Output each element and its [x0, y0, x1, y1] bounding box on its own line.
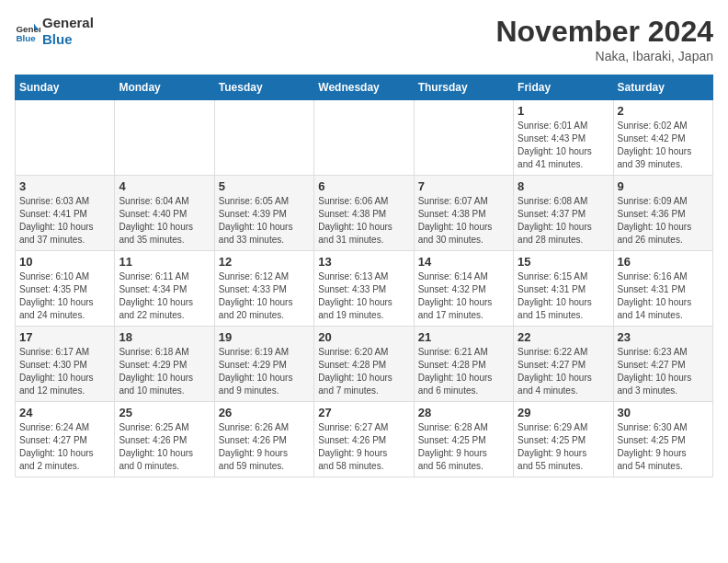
day-number: 3 — [19, 179, 110, 193]
title-area: November 2024 Naka, Ibaraki, Japan — [495, 15, 713, 63]
day-cell: 30Sunrise: 6:30 AMSunset: 4:25 PMDayligh… — [613, 402, 712, 477]
day-info: Sunrise: 6:29 AMSunset: 4:25 PMDaylight:… — [518, 421, 609, 473]
week-row-5: 24Sunrise: 6:24 AMSunset: 4:27 PMDayligh… — [16, 402, 713, 477]
week-row-4: 17Sunrise: 6:17 AMSunset: 4:30 PMDayligh… — [16, 327, 713, 402]
day-cell: 3Sunrise: 6:03 AMSunset: 4:41 PMDaylight… — [16, 176, 115, 251]
day-cell: 21Sunrise: 6:21 AMSunset: 4:28 PMDayligh… — [414, 327, 513, 402]
week-row-3: 10Sunrise: 6:10 AMSunset: 4:35 PMDayligh… — [16, 251, 713, 327]
day-cell: 25Sunrise: 6:25 AMSunset: 4:26 PMDayligh… — [115, 402, 214, 477]
week-row-2: 3Sunrise: 6:03 AMSunset: 4:41 PMDaylight… — [16, 176, 713, 251]
day-cell: 15Sunrise: 6:15 AMSunset: 4:31 PMDayligh… — [514, 251, 613, 327]
day-info: Sunrise: 6:19 AMSunset: 4:29 PMDaylight:… — [219, 346, 310, 397]
header-row: SundayMondayTuesdayWednesdayThursdayFrid… — [16, 75, 713, 100]
day-cell: 23Sunrise: 6:23 AMSunset: 4:27 PMDayligh… — [613, 327, 712, 402]
location: Naka, Ibaraki, Japan — [495, 49, 713, 63]
page-header: General Blue General Blue November 2024 … — [15, 15, 713, 63]
day-number: 9 — [618, 179, 709, 193]
day-number: 18 — [119, 330, 210, 344]
day-number: 29 — [518, 406, 609, 419]
day-info: Sunrise: 6:12 AMSunset: 4:33 PMDaylight:… — [219, 270, 310, 322]
day-cell: 22Sunrise: 6:22 AMSunset: 4:27 PMDayligh… — [514, 327, 613, 402]
day-info: Sunrise: 6:21 AMSunset: 4:28 PMDaylight:… — [418, 346, 509, 397]
day-number: 23 — [618, 330, 709, 344]
day-info: Sunrise: 6:02 AMSunset: 4:42 PMDaylight:… — [618, 120, 709, 171]
day-number: 28 — [418, 406, 509, 419]
day-info: Sunrise: 6:18 AMSunset: 4:29 PMDaylight:… — [119, 346, 210, 397]
day-cell: 4Sunrise: 6:04 AMSunset: 4:40 PMDaylight… — [115, 176, 214, 251]
day-cell: 26Sunrise: 6:26 AMSunset: 4:26 PMDayligh… — [214, 402, 313, 477]
day-number: 11 — [119, 255, 210, 269]
calendar-body: 1Sunrise: 6:01 AMSunset: 4:43 PMDaylight… — [16, 100, 713, 477]
day-cell: 9Sunrise: 6:09 AMSunset: 4:36 PMDaylight… — [613, 176, 712, 251]
day-info: Sunrise: 6:20 AMSunset: 4:28 PMDaylight:… — [318, 346, 409, 397]
day-number: 24 — [19, 406, 110, 419]
day-number: 30 — [618, 406, 709, 419]
day-info: Sunrise: 6:03 AMSunset: 4:41 PMDaylight:… — [19, 195, 110, 247]
day-info: Sunrise: 6:24 AMSunset: 4:27 PMDaylight:… — [19, 421, 110, 473]
month-title: November 2024 — [495, 15, 713, 49]
day-info: Sunrise: 6:05 AMSunset: 4:39 PMDaylight:… — [219, 195, 310, 247]
day-info: Sunrise: 6:14 AMSunset: 4:32 PMDaylight:… — [418, 270, 509, 322]
day-cell — [414, 100, 513, 176]
col-header-sunday: Sunday — [16, 75, 115, 100]
day-cell: 2Sunrise: 6:02 AMSunset: 4:42 PMDaylight… — [613, 100, 712, 176]
day-info: Sunrise: 6:10 AMSunset: 4:35 PMDaylight:… — [19, 270, 110, 322]
day-number: 12 — [219, 255, 310, 269]
col-header-saturday: Saturday — [613, 75, 712, 100]
day-info: Sunrise: 6:23 AMSunset: 4:27 PMDaylight:… — [618, 346, 709, 397]
logo-text-line1: General — [42, 15, 94, 31]
day-number: 21 — [418, 330, 509, 344]
day-number: 2 — [618, 104, 709, 118]
day-number: 15 — [518, 255, 609, 269]
day-number: 26 — [219, 406, 310, 419]
day-info: Sunrise: 6:06 AMSunset: 4:38 PMDaylight:… — [318, 195, 409, 247]
day-cell: 12Sunrise: 6:12 AMSunset: 4:33 PMDayligh… — [214, 251, 313, 327]
day-info: Sunrise: 6:22 AMSunset: 4:27 PMDaylight:… — [518, 346, 609, 397]
day-info: Sunrise: 6:01 AMSunset: 4:43 PMDaylight:… — [518, 120, 609, 171]
day-info: Sunrise: 6:09 AMSunset: 4:36 PMDaylight:… — [618, 195, 709, 247]
col-header-friday: Friday — [514, 75, 613, 100]
day-cell — [16, 100, 115, 176]
day-cell: 10Sunrise: 6:10 AMSunset: 4:35 PMDayligh… — [16, 251, 115, 327]
day-cell: 18Sunrise: 6:18 AMSunset: 4:29 PMDayligh… — [115, 327, 214, 402]
day-cell — [314, 100, 414, 176]
day-info: Sunrise: 6:08 AMSunset: 4:37 PMDaylight:… — [518, 195, 609, 247]
day-number: 6 — [318, 179, 409, 193]
day-number: 17 — [19, 330, 110, 344]
day-cell: 14Sunrise: 6:14 AMSunset: 4:32 PMDayligh… — [414, 251, 513, 327]
day-cell: 17Sunrise: 6:17 AMSunset: 4:30 PMDayligh… — [16, 327, 115, 402]
day-info: Sunrise: 6:07 AMSunset: 4:38 PMDaylight:… — [418, 195, 509, 247]
day-cell: 7Sunrise: 6:07 AMSunset: 4:38 PMDaylight… — [414, 176, 513, 251]
day-cell — [115, 100, 214, 176]
day-number: 10 — [19, 255, 110, 269]
day-number: 1 — [518, 104, 609, 118]
day-number: 4 — [119, 179, 210, 193]
calendar-table: SundayMondayTuesdayWednesdayThursdayFrid… — [15, 75, 713, 477]
day-number: 5 — [219, 179, 310, 193]
day-info: Sunrise: 6:28 AMSunset: 4:25 PMDaylight:… — [418, 421, 509, 473]
day-info: Sunrise: 6:04 AMSunset: 4:40 PMDaylight:… — [119, 195, 210, 247]
day-cell: 8Sunrise: 6:08 AMSunset: 4:37 PMDaylight… — [514, 176, 613, 251]
day-number: 13 — [318, 255, 409, 269]
day-info: Sunrise: 6:13 AMSunset: 4:33 PMDaylight:… — [318, 270, 409, 322]
day-cell: 24Sunrise: 6:24 AMSunset: 4:27 PMDayligh… — [16, 402, 115, 477]
day-cell: 11Sunrise: 6:11 AMSunset: 4:34 PMDayligh… — [115, 251, 214, 327]
day-info: Sunrise: 6:16 AMSunset: 4:31 PMDaylight:… — [618, 270, 709, 322]
col-header-wednesday: Wednesday — [314, 75, 414, 100]
day-info: Sunrise: 6:30 AMSunset: 4:25 PMDaylight:… — [618, 421, 709, 473]
day-cell: 1Sunrise: 6:01 AMSunset: 4:43 PMDaylight… — [514, 100, 613, 176]
day-info: Sunrise: 6:27 AMSunset: 4:26 PMDaylight:… — [318, 421, 409, 473]
day-info: Sunrise: 6:25 AMSunset: 4:26 PMDaylight:… — [119, 421, 210, 473]
logo: General Blue General Blue — [15, 15, 94, 48]
day-number: 7 — [418, 179, 509, 193]
day-number: 8 — [518, 179, 609, 193]
calendar-header: SundayMondayTuesdayWednesdayThursdayFrid… — [16, 75, 713, 100]
logo-text-line2: Blue — [42, 31, 94, 48]
day-number: 22 — [518, 330, 609, 344]
day-info: Sunrise: 6:17 AMSunset: 4:30 PMDaylight:… — [19, 346, 110, 397]
day-info: Sunrise: 6:15 AMSunset: 4:31 PMDaylight:… — [518, 270, 609, 322]
day-number: 14 — [418, 255, 509, 269]
day-cell: 5Sunrise: 6:05 AMSunset: 4:39 PMDaylight… — [214, 176, 313, 251]
day-info: Sunrise: 6:11 AMSunset: 4:34 PMDaylight:… — [119, 270, 210, 322]
week-row-1: 1Sunrise: 6:01 AMSunset: 4:43 PMDaylight… — [16, 100, 713, 176]
